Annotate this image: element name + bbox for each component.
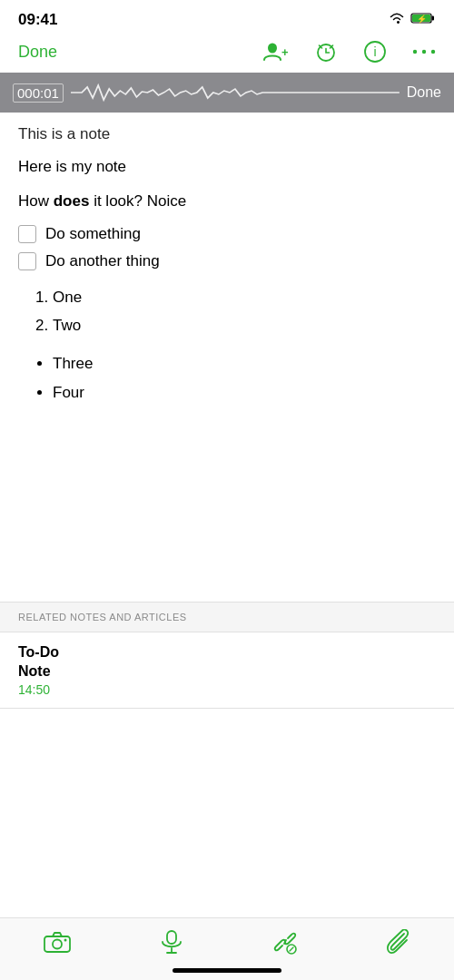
ordered-item-2: Two — [53, 315, 436, 337]
related-section-wrapper: RELATED NOTES AND ARTICLES To-DoNote 14:… — [0, 602, 454, 710]
svg-point-9 — [413, 50, 417, 54]
svg-line-19 — [290, 947, 293, 951]
status-icons: ⚡ — [389, 11, 436, 29]
bullet-item-2: Four — [53, 382, 436, 404]
checklist: Do something Do another thing — [18, 225, 436, 270]
bullet-list: Three Four — [53, 353, 436, 404]
alarm-icon[interactable] — [314, 40, 338, 64]
svg-text:⚡: ⚡ — [417, 14, 428, 24]
checklist-label-1: Do something — [45, 225, 141, 243]
wifi-icon — [389, 11, 405, 29]
svg-point-11 — [431, 50, 435, 54]
checkbox-1[interactable] — [18, 225, 36, 243]
more-icon[interactable] — [412, 45, 436, 58]
ordered-list: One Two — [53, 287, 436, 338]
svg-point-10 — [422, 50, 426, 54]
ordered-item-1: One — [53, 287, 436, 309]
checklist-item-2[interactable]: Do another thing — [18, 252, 436, 270]
toolbar: Done + i — [0, 34, 454, 73]
note-title-partial: This is a note — [18, 125, 436, 143]
status-bar: 09:41 ⚡ — [0, 0, 454, 34]
audio-bar: 000:01 Done — [0, 73, 454, 113]
add-person-icon[interactable]: + — [263, 40, 289, 64]
svg-rect-2 — [432, 16, 435, 21]
svg-rect-12 — [44, 936, 70, 952]
done-button[interactable]: Done — [18, 43, 57, 62]
svg-rect-15 — [167, 931, 176, 944]
related-label: RELATED NOTES AND ARTICLES — [18, 612, 436, 622]
note-content: This is a note Here is my note How does … — [0, 113, 454, 438]
checklist-item-1[interactable]: Do something — [18, 225, 436, 243]
svg-point-14 — [64, 939, 67, 942]
status-time: 09:41 — [18, 11, 57, 29]
audio-done-button[interactable]: Done — [407, 84, 441, 101]
related-item-1[interactable]: To-DoNote 14:50 — [0, 632, 454, 710]
related-item-title: To-DoNote — [18, 643, 436, 681]
checkbox-2[interactable] — [18, 252, 36, 270]
link-icon[interactable] — [271, 929, 299, 955]
attachment-icon[interactable] — [387, 929, 410, 955]
related-section: RELATED NOTES AND ARTICLES To-DoNote 14:… — [0, 602, 454, 710]
battery-icon: ⚡ — [410, 11, 436, 29]
note-line-1: Here is my note — [18, 156, 436, 178]
svg-text:i: i — [373, 44, 376, 59]
audio-waveform — [71, 80, 400, 105]
microphone-icon[interactable] — [159, 929, 184, 955]
camera-icon[interactable] — [44, 930, 71, 954]
svg-point-13 — [53, 940, 62, 949]
home-indicator — [173, 968, 281, 973]
svg-text:+: + — [281, 45, 289, 59]
svg-point-4 — [268, 44, 277, 54]
audio-timer: 000:01 — [13, 83, 64, 103]
bullet-item-1: Three — [53, 353, 436, 375]
related-item-time: 14:50 — [18, 682, 436, 697]
note-line-2: How does it look? Noice — [18, 191, 436, 212]
toolbar-icons: + i — [263, 40, 436, 64]
checklist-label-2: Do another thing — [45, 252, 160, 270]
info-icon[interactable]: i — [363, 40, 387, 64]
